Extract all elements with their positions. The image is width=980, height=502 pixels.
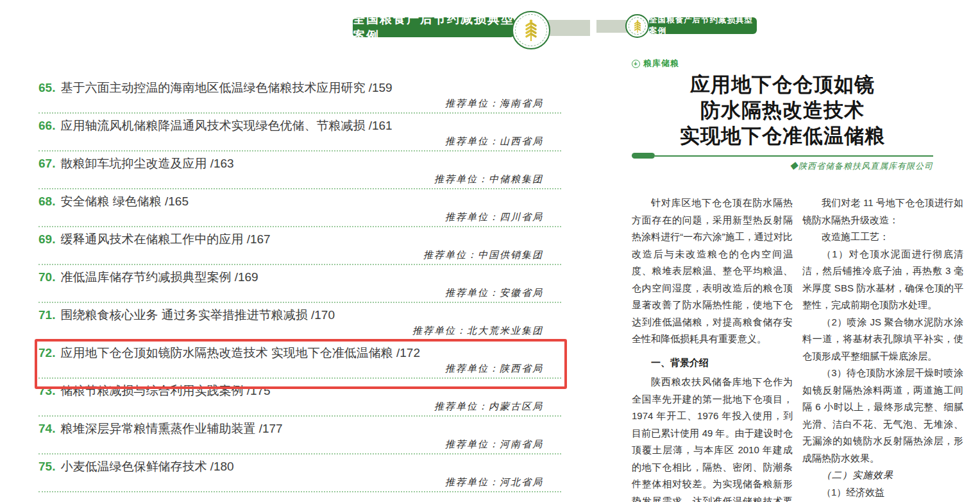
toc-item-71: 71.围绕粮食核心业务 通过务实举措推进节粮减损 /170 推荐单位：北大荒米业… [38,303,561,341]
paragraph: 改造施工工艺： [802,229,963,246]
toc-title: 缓释通风技术在储粮工作中的应用 [60,232,243,246]
left-page-banner: 全国粮食产后节约减损典型案例 [353,17,514,37]
toc-page-number: /167 [247,232,271,246]
circle-plus-icon: + [632,60,640,68]
toc-number: 68. [38,195,55,208]
emblem-ring [515,14,547,46]
toc-number: 71. [38,308,55,322]
toc-recommending-unit: 推荐单位：四川省局 [38,210,561,225]
divider-pill [632,153,655,159]
category-tag: + 粮库储粮 [632,58,679,69]
author-line: ◆陕西省储备粮扶风直属库有限公司 [632,160,933,172]
toc-title: 小麦低温绿色保鲜储存技术 [60,460,207,473]
toc-title: 储粮节粮减损与综合利用实践案例 [60,384,243,397]
toc-page-number: /169 [235,270,258,284]
right-banner-title: 全国粮食产后节约减损典型案例 [649,15,757,37]
toc-title-line: 72.应用地下仓仓顶如镜防水隔热改造技术 实现地下仓准低温储粮 /172 [38,344,561,361]
toc-title: 准低温库储存节约减损典型案例 [60,270,231,284]
toc-number: 65. [38,81,55,94]
article-title-line1: 应用地下仓仓顶如镜 [632,72,933,98]
toc-item-65: 65.基于六面主动控温的海南地区低温绿色储粮技术应用研究 /159 推荐单位：海… [38,76,561,114]
toc-recommending-unit: 推荐单位：北大荒米业集团 [38,324,561,338]
paragraph: （3）待仓顶防水涂层干燥时喷涂如镜反射隔热涂料两道，两道施工间隔 6 小时以上，… [802,365,963,467]
paragraph: （1）对仓顶水泥面进行彻底清洁，然后铺推冷底子油，再热敷 3 毫米厚度 SBS … [802,246,963,314]
toc-number: 73. [38,384,55,397]
toc-item-73: 73.储粮节粮减损与综合利用实践案例 /175 推荐单位：内蒙古区局 [38,379,561,417]
toc-item-74: 74.粮堆深层异常粮情熏蒸作业辅助装置 /177 推荐单位：河南省局 [38,417,561,454]
toc-page-number: /177 [259,422,283,435]
toc-number: 74. [38,422,55,435]
toc-title: 粮堆深层异常粮情熏蒸作业辅助装置 [60,422,255,435]
toc-item-67: 67.散粮卸车坑抑尘改造及应用 /163 推荐单位：中储粮集团 [38,151,561,189]
toc-page-number: /161 [369,119,393,132]
toc-title-line: 68.安全储粮 绿色储粮 /165 [38,193,561,210]
toc-title: 围绕粮食核心业务 通过务实举措推进节粮减损 [60,308,307,322]
toc-recommending-unit: 推荐单位：内蒙古区局 [38,399,561,414]
table-of-contents: 65.基于六面主动控温的海南地区低温绿色储粮技术应用研究 /159 推荐单位：海… [38,76,561,492]
article-column-1: 针对库区地下仓仓顶在防水隔热方面存在的问题，采用新型热反射隔热涂料进行“一布六涂… [632,195,793,502]
wheat-emblem-icon [625,14,649,38]
toc-page-number: /172 [396,346,420,359]
left-banner-title: 全国粮食产后节约减损典型案例 [353,11,514,44]
right-page-banner: 全国粮食产后节约减损典型案例 [649,17,757,34]
paragraph: 针对库区地下仓仓顶在防水隔热方面存在的问题，采用新型热反射隔热涂料进行“一布六涂… [632,195,793,348]
paragraph: （2）喷涂 JS 聚合物水泥防水涂料一道，将基材表孔隙填平补实，使仓顶形成平整细… [802,314,963,365]
toc-item-69: 69.缓释通风技术在储粮工作中的应用 /167 推荐单位：中国供销集团 [38,227,561,265]
emblem-ring [629,17,646,35]
toc-title-line: 65.基于六面主动控温的海南地区低温绿色储粮技术应用研究 /159 [38,79,561,96]
section-heading: 一、背景介绍 [632,354,793,372]
toc-number: 67. [38,157,55,170]
toc-title-line: 75.小麦低温绿色保鲜储存技术 /180 [38,458,561,475]
toc-recommending-unit: 推荐单位：河北省局 [38,475,561,490]
toc-recommending-unit: 推荐单位：中储粮集团 [38,172,561,187]
article-title-line3: 实现地下仓准低温储粮 [632,123,933,149]
toc-item-70: 70.准低温库储存节约减损典型案例 /169 推荐单位：安徽省局 [38,265,561,303]
article-title-line2: 防水隔热改造技术 [632,98,933,123]
toc-recommending-unit: 推荐单位：陕西省局 [38,361,561,376]
toc-page-number: /175 [247,384,271,397]
toc-recommending-unit: 推荐单位：安徽省局 [38,286,561,300]
toc-item-68: 68.安全储粮 绿色储粮 /165 推荐单位：四川省局 [38,189,561,227]
paragraph: 我们对老 11 号地下仓仓顶进行如镜防水隔热升级改造： [802,195,963,229]
toc-title-line: 66.应用轴流风机储粮降温通风技术实现绿色优储、节粮减损 /161 [38,117,561,134]
toc-item-75: 75.小麦低温绿色保鲜储存技术 /180 推荐单位：河北省局 [38,454,561,492]
toc-number: 69. [38,232,55,246]
toc-title-line: 73.储粮节粮减损与综合利用实践案例 /175 [38,382,561,399]
toc-title: 散粮卸车坑抑尘改造及应用 [60,157,207,170]
divider-line [655,155,933,157]
article-title: 应用地下仓仓顶如镜 防水隔热改造技术 实现地下仓准低温储粮 [632,72,933,149]
paragraph: （1）经济效益 [802,484,963,501]
toc-page-number: /180 [210,460,234,473]
toc-recommending-unit: 推荐单位：中国供销集团 [38,248,561,263]
category-tag-label: 粮库储粮 [643,58,679,69]
toc-title-line: 69.缓释通风技术在储粮工作中的应用 /167 [38,230,561,248]
title-divider-rule [632,153,933,159]
toc-title: 应用地下仓仓顶如镜防水隔热改造技术 实现地下仓准低温储粮 [60,346,393,359]
toc-recommending-unit: 推荐单位：山西省局 [38,134,561,149]
toc-title-line: 74.粮堆深层异常粮情熏蒸作业辅助装置 /177 [38,420,561,437]
toc-title-line: 67.散粮卸车坑抑尘改造及应用 /163 [38,155,561,172]
toc-number: 75. [38,460,55,473]
sub-heading: （二）实施效果 [802,467,963,484]
paragraph: 陕西粮农扶风储备库地下仓作为全国率先开建的第一批地下仓项目，1974 年开工、1… [632,374,793,502]
toc-item-66: 66.应用轴流风机储粮降温通风技术实现绿色优储、节粮减损 /161 推荐单位：山… [38,114,561,151]
toc-recommending-unit: 推荐单位：海南省局 [38,96,561,111]
toc-title: 安全储粮 绿色储粮 [60,195,161,208]
toc-number: 66. [38,119,55,132]
article-column-2: 我们对老 11 号地下仓仓顶进行如镜防水隔热升级改造： 改造施工工艺： （1）对… [802,195,963,502]
toc-page-number: /163 [210,157,234,170]
toc-number: 70. [38,270,55,284]
wheat-emblem-icon [512,11,550,49]
toc-title: 应用轴流风机储粮降温通风技术实现绿色优储、节粮减损 [60,119,365,132]
toc-page-number: /159 [369,81,393,94]
toc-title-line: 70.准低温库储存节约减损典型案例 /169 [38,268,561,286]
toc-number: 72. [38,346,55,359]
book-spread: 全国粮食产后节约减损典型案例 全国粮食产后节约减损典型案例 65.基于六面主动控… [0,0,980,502]
toc-title-line: 71.围绕粮食核心业务 通过务实举措推进节粮减损 /170 [38,306,561,324]
toc-title: 基于六面主动控温的海南地区低温绿色储粮技术应用研究 [60,81,365,94]
toc-page-number: /165 [165,195,189,208]
toc-page-number: /170 [311,308,335,322]
toc-recommending-unit: 推荐单位：河南省局 [38,437,561,452]
toc-item-72-highlighted: 72.应用地下仓仓顶如镜防水隔热改造技术 实现地下仓准低温储粮 /172 推荐单… [38,341,561,379]
